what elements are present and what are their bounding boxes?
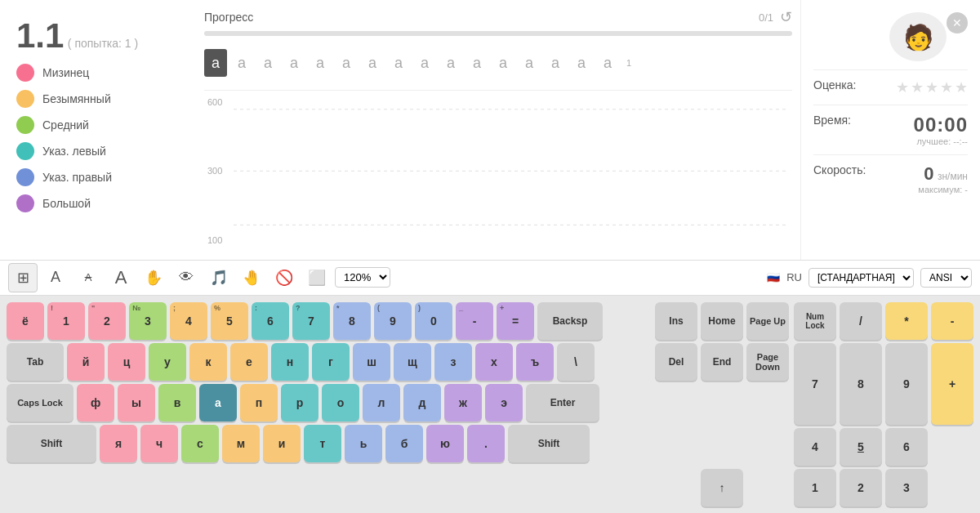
key-b[interactable]: б bbox=[385, 425, 423, 462]
key-num-star[interactable]: * bbox=[885, 302, 928, 340]
time-best-value: --:-- bbox=[953, 136, 968, 146]
key-ya[interactable]: я bbox=[100, 425, 137, 462]
key-z[interactable]: з bbox=[434, 343, 472, 381]
ansi-select[interactable]: ANSI bbox=[920, 268, 972, 288]
key-num-4[interactable]: 4 bbox=[794, 428, 836, 466]
key-equals[interactable]: += bbox=[497, 302, 534, 340]
key-zh[interactable]: ж bbox=[444, 384, 482, 422]
key-y[interactable]: ы bbox=[118, 384, 155, 422]
key-short[interactable]: й bbox=[67, 343, 105, 381]
key-k[interactable]: к bbox=[189, 343, 227, 381]
key-arrow-up[interactable]: ↑ bbox=[701, 469, 743, 506]
finger-index-left: Указ. левый bbox=[16, 142, 180, 160]
time-values: 00:00 лучшее: --:-- bbox=[914, 114, 968, 146]
key-e[interactable]: э bbox=[485, 384, 523, 422]
music-tool-button[interactable]: 🎵 bbox=[204, 263, 234, 292]
text-tool-button[interactable]: A bbox=[41, 263, 70, 292]
key-f[interactable]: ф bbox=[77, 384, 114, 422]
finger-middle-dot bbox=[16, 116, 34, 134]
key-num-slash[interactable]: / bbox=[840, 302, 882, 340]
screen-tool-button[interactable]: ⬜ bbox=[302, 263, 332, 292]
speed-unit: зн/мин bbox=[938, 171, 968, 182]
key-7[interactable]: ?7 bbox=[292, 302, 330, 340]
key-8[interactable]: *8 bbox=[333, 302, 371, 340]
key-backspace[interactable]: Backsp bbox=[537, 302, 603, 340]
key-num-1[interactable]: 1 bbox=[794, 469, 836, 506]
key-0[interactable]: )0 bbox=[415, 302, 452, 340]
key-i[interactable]: и bbox=[263, 425, 301, 462]
key-shift-right[interactable]: Shift bbox=[508, 425, 590, 462]
key-enter[interactable]: Enter bbox=[526, 384, 599, 422]
key-ch[interactable]: ч bbox=[140, 425, 178, 462]
key-p[interactable]: п bbox=[240, 384, 278, 422]
key-ins[interactable]: Ins bbox=[655, 302, 697, 340]
key-4[interactable]: ;4 bbox=[170, 302, 207, 340]
close-button[interactable]: ✕ bbox=[947, 12, 968, 33]
key-num-plus[interactable]: + bbox=[931, 343, 973, 425]
finger-thumb: Большой bbox=[16, 194, 180, 212]
key-del[interactable]: Del bbox=[655, 343, 697, 381]
key-shift-left[interactable]: Shift bbox=[7, 425, 96, 462]
block-tool-button[interactable]: 🚫 bbox=[270, 263, 299, 292]
hand-tool-button[interactable]: ✋ bbox=[139, 263, 168, 292]
keyboard-area: ё !1 "2 №3 ;4 %5 :6 ?7 *8 (9 )0 _- += Ba… bbox=[0, 296, 980, 513]
key-page-up[interactable]: Page Up bbox=[746, 302, 789, 340]
key-h[interactable]: х bbox=[475, 343, 513, 381]
key-r[interactable]: р bbox=[281, 384, 318, 422]
char-box: а bbox=[570, 49, 593, 77]
layout-select[interactable]: [СТАНДАРТНАЯ] bbox=[808, 268, 914, 288]
hand2-tool-button[interactable]: 🤚 bbox=[237, 263, 266, 292]
key-hard[interactable]: ъ bbox=[516, 343, 554, 381]
eye-tool-button[interactable]: 👁 bbox=[172, 263, 201, 292]
speed-value-area: 0 зн/мин bbox=[918, 163, 968, 185]
key-9[interactable]: (9 bbox=[374, 302, 412, 340]
key-page-down[interactable]: Page Down bbox=[746, 343, 789, 381]
key-l[interactable]: л bbox=[363, 384, 400, 422]
key-ye[interactable]: е bbox=[230, 343, 268, 381]
time-value: 00:00 bbox=[914, 114, 968, 136]
key-3[interactable]: №3 bbox=[129, 302, 167, 340]
key-1[interactable]: !1 bbox=[47, 302, 85, 340]
key-5[interactable]: %5 bbox=[211, 302, 248, 340]
key-ts[interactable]: ц bbox=[108, 343, 145, 381]
key-s[interactable]: с bbox=[181, 425, 219, 462]
key-soft[interactable]: ь bbox=[345, 425, 382, 462]
key-yu[interactable]: ю bbox=[426, 425, 464, 462]
key-d[interactable]: д bbox=[403, 384, 441, 422]
key-sh[interactable]: ш bbox=[353, 343, 390, 381]
key-tab[interactable]: Tab bbox=[7, 343, 64, 381]
key-num-8[interactable]: 8 bbox=[840, 343, 882, 425]
progress-area: Прогресс 0/1 ↺ bbox=[204, 8, 792, 26]
text-alt-tool-button[interactable]: A bbox=[74, 263, 103, 292]
key-num-lock[interactable]: Num Lock bbox=[794, 302, 836, 340]
key-n[interactable]: н bbox=[271, 343, 309, 381]
key-home[interactable]: Home bbox=[701, 302, 743, 340]
key-u[interactable]: у bbox=[149, 343, 186, 381]
big-text-button[interactable]: A bbox=[106, 263, 136, 292]
key-num-7[interactable]: 7 bbox=[794, 343, 836, 425]
grid-tool-button[interactable]: ⊞ bbox=[8, 263, 38, 292]
key-shch[interactable]: щ bbox=[394, 343, 431, 381]
key-end[interactable]: End bbox=[701, 343, 743, 381]
key-num-minus[interactable]: - bbox=[931, 302, 973, 340]
key-num-2[interactable]: 2 bbox=[840, 469, 882, 506]
key-num-9[interactable]: 9 bbox=[885, 343, 928, 425]
key-v[interactable]: в bbox=[158, 384, 196, 422]
key-backslash[interactable]: \ bbox=[557, 343, 595, 381]
key-a[interactable]: а bbox=[199, 384, 237, 422]
key-minus[interactable]: _- bbox=[456, 302, 493, 340]
key-num-6[interactable]: 6 bbox=[885, 428, 928, 466]
key-g[interactable]: г bbox=[312, 343, 350, 381]
key-m[interactable]: м bbox=[222, 425, 260, 462]
key-t[interactable]: т bbox=[304, 425, 341, 462]
key-caps-lock[interactable]: Caps Lock bbox=[7, 384, 74, 422]
key-6[interactable]: :6 bbox=[252, 302, 289, 340]
key-dot[interactable]: . bbox=[467, 425, 505, 462]
key-num-3[interactable]: 3 bbox=[885, 469, 928, 506]
zoom-select[interactable]: 80% 100% 120% 150% 200% bbox=[335, 267, 390, 288]
key-2[interactable]: "2 bbox=[88, 302, 126, 340]
key-o[interactable]: о bbox=[322, 384, 359, 422]
key-yo[interactable]: ё bbox=[7, 302, 44, 340]
refresh-button[interactable]: ↺ bbox=[780, 8, 792, 26]
key-num-5[interactable]: 5 bbox=[840, 428, 882, 466]
